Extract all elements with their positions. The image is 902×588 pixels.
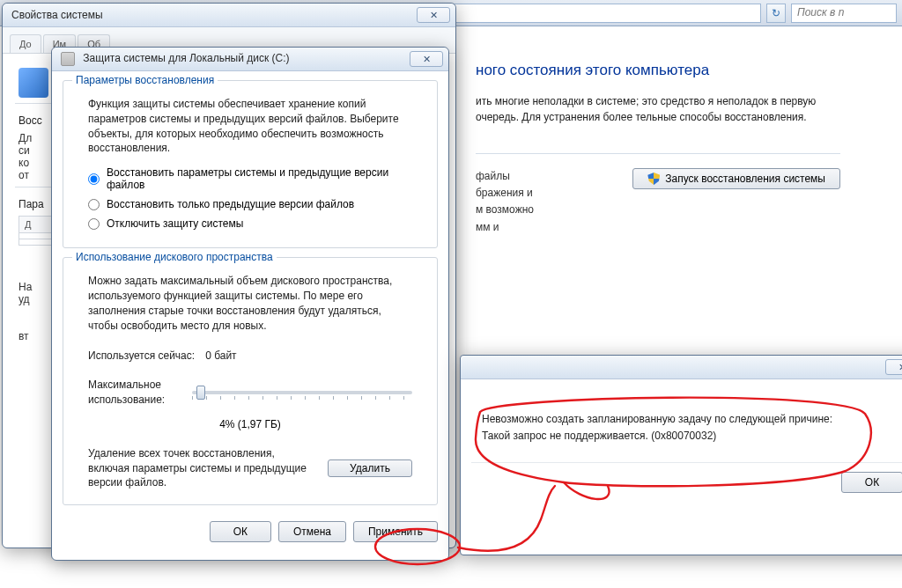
protection-button-row: ОК Отмена Применить [52,514,448,549]
radio-label: Восстановить параметры системы и предыду… [107,166,425,191]
restore-settings-desc: Функция защиты системы обеспечивает хран… [76,93,425,159]
page-title: ного состояния этого компьютера [476,62,840,79]
disk-usage-desc: Можно задать максимальный объем дисковог… [76,270,425,336]
delete-restore-points-desc: Удаление всех точек восстановления, вклю… [88,446,314,490]
tab-item[interactable]: До [10,34,41,53]
delete-button[interactable]: Удалить [328,459,412,477]
sysprops-titlebar[interactable]: Свойства системы ✕ [3,4,455,27]
disk-usage-group-title: Использование дискового пространства [72,251,277,263]
slider-thumb[interactable] [196,386,205,400]
close-button[interactable]: ✕ [417,7,450,23]
radio-restore-files-only[interactable]: Восстановить только предыдущие версии фа… [88,198,425,210]
error-message-line1: Невозможно создать запланированную задач… [482,411,902,428]
current-usage-value: 0 байт [205,349,236,364]
start-system-restore-button[interactable]: Запуск восстановления системы [632,168,840,189]
restore-settings-group: Параметры восстановления Функция защиты … [63,80,438,248]
close-button[interactable]: ✕ [885,359,902,375]
max-usage-slider[interactable] [192,391,412,394]
system-protection-icon [18,68,48,98]
radio-label: Отключить защиту системы [107,217,243,230]
restore-settings-group-title: Параметры восстановления [72,74,218,86]
search-input[interactable]: Поиск в п [791,4,897,23]
radio-label: Восстановить только предыдущие версии фа… [107,198,354,210]
protection-settings-dialog: Защита системы для Локальный диск (C:) ✕… [51,47,449,561]
error-titlebar[interactable]: ✕ [461,356,902,379]
protection-title-text: Защита системы для Локальный диск (C:) [83,52,289,64]
radio-input[interactable] [88,173,100,185]
max-usage-label: Максимальное использование: [88,378,185,408]
left-partial-text: файлы бражения и м возможно мм и [476,168,534,236]
protection-titlebar[interactable]: Защита системы для Локальный диск (C:) ✕ [52,48,448,71]
protection-title: Защита системы для Локальный диск (C:) [61,52,410,66]
close-button[interactable]: ✕ [410,51,443,67]
error-message-line2: Такой запрос не поддерживается. (0x80070… [482,428,902,445]
ok-button[interactable]: ОК [210,521,271,542]
cancel-button[interactable]: Отмена [278,521,346,542]
max-usage-value: 4% (1,97 ГБ) [76,418,425,430]
radio-disable-protection[interactable]: Отключить защиту системы [88,217,425,230]
radio-input[interactable] [88,199,100,210]
refresh-button[interactable]: ↻ [766,4,786,23]
apply-button[interactable]: Применить [353,521,438,542]
disk-usage-group: Использование дискового пространства Мож… [63,257,438,505]
shield-icon [647,173,660,185]
drive-icon [61,52,75,66]
current-usage-label: Используется сейчас: [88,349,195,364]
error-dialog: ✕ Невозможно создать запланированную зад… [460,355,902,555]
sysprops-title: Свойства системы [11,9,417,21]
divider [476,153,840,154]
radio-restore-all[interactable]: Восстановить параметры системы и предыду… [88,166,425,191]
ok-button[interactable]: ОК [841,472,902,493]
page-description: ить многие неполадки в системе; это сред… [476,93,840,125]
start-system-restore-label: Запуск восстановления системы [665,173,825,185]
radio-input[interactable] [88,218,100,230]
